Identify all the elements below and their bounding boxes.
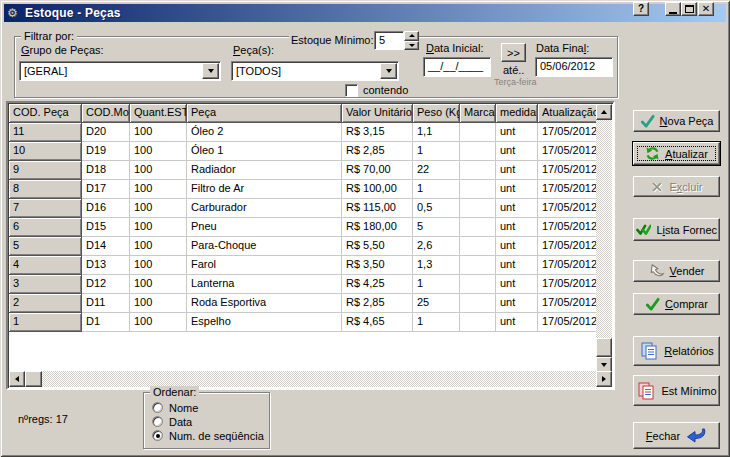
table-cell[interactable]: 100	[130, 237, 187, 256]
table-cell[interactable]	[460, 275, 496, 294]
table-cell[interactable]: 100	[130, 180, 187, 199]
dropdown-button[interactable]	[202, 63, 219, 79]
table-cell[interactable]: D11	[82, 294, 130, 313]
spin-up-button[interactable]	[404, 31, 419, 41]
data-final-input[interactable]: 05/06/2012	[535, 57, 613, 77]
column-header[interactable]: COD.Mod	[82, 104, 130, 123]
table-cell[interactable]: 17/05/2012	[538, 218, 598, 237]
scroll-up-button[interactable]	[596, 104, 612, 120]
table-cell[interactable]: 100	[130, 142, 187, 161]
minimize-button[interactable]	[665, 2, 681, 16]
row-index-cell[interactable]: 2	[9, 294, 82, 313]
table-cell[interactable]: 17/05/2012	[538, 180, 598, 199]
radio-option[interactable]: Num. de seqüência	[152, 429, 264, 442]
table-cell[interactable]: 100	[130, 275, 187, 294]
table-cell[interactable]: Lanterna	[187, 275, 342, 294]
vertical-scroll-thumb[interactable]	[596, 338, 612, 357]
table-cell[interactable]: Roda Esportiva	[187, 294, 342, 313]
grupo-pecas-combobox[interactable]: [GERAL]	[19, 61, 221, 81]
table-cell[interactable]: Farol	[187, 256, 342, 275]
horizontal-scrollbar[interactable]	[9, 371, 612, 387]
column-header[interactable]: medida	[496, 104, 538, 123]
table-cell[interactable]: D12	[82, 275, 130, 294]
table-cell[interactable]: Óleo 2	[187, 123, 342, 142]
table-cell[interactable]: R$ 2,85	[342, 294, 413, 313]
table-cell[interactable]: Para-Choque	[187, 237, 342, 256]
table-cell[interactable]	[460, 218, 496, 237]
table-cell[interactable]: R$ 180,00	[342, 218, 413, 237]
table-cell[interactable]: D18	[82, 161, 130, 180]
table-cell[interactable]: D17	[82, 180, 130, 199]
title-bar[interactable]: ⚙ Estoque - Peças	[4, 4, 726, 22]
fechar-button[interactable]: Fechar	[633, 422, 720, 449]
table-cell[interactable]: 17/05/2012	[538, 142, 598, 161]
table-cell[interactable]: R$ 2,85	[342, 142, 413, 161]
comprar-button[interactable]: Comprar	[633, 293, 720, 315]
table-row[interactable]: 11D20100Óleo 2R$ 3,151,1unt17/05/2012	[9, 123, 612, 142]
contendo-checkbox[interactable]	[345, 84, 358, 97]
table-cell[interactable]	[460, 161, 496, 180]
table-cell[interactable]: 17/05/2012	[538, 123, 598, 142]
radio-icon[interactable]	[152, 402, 163, 413]
column-header[interactable]: Peso (Kg)	[413, 104, 460, 123]
table-cell[interactable]: D1	[82, 313, 130, 332]
table-row[interactable]: 4D13100FarolR$ 3,501,3unt17/05/2012	[9, 256, 612, 275]
table-cell[interactable]: R$ 115,00	[342, 199, 413, 218]
relatorios-button[interactable]: Relatórios	[633, 336, 720, 366]
table-cell[interactable]: 17/05/2012	[538, 256, 598, 275]
radio-icon[interactable]	[152, 416, 163, 427]
row-index-cell[interactable]: 8	[9, 180, 82, 199]
column-header[interactable]: COD. Peça	[9, 104, 82, 123]
table-cell[interactable]: R$ 3,50	[342, 256, 413, 275]
table-cell[interactable]: unt	[496, 199, 538, 218]
table-cell[interactable]: D14	[82, 237, 130, 256]
table-row[interactable]: 2D11100Roda EsportivaR$ 2,8525unt17/05/2…	[9, 294, 612, 313]
table-cell[interactable]: 1	[413, 142, 460, 161]
table-cell[interactable]: R$ 4,65	[342, 313, 413, 332]
nova-peca-button[interactable]: Nova Peça	[633, 110, 720, 132]
table-cell[interactable]: 25	[413, 294, 460, 313]
table-row[interactable]: 5D14100Para-ChoqueR$ 5,502,6unt17/05/201…	[9, 237, 612, 256]
table-cell[interactable]: unt	[496, 256, 538, 275]
table-cell[interactable]: unt	[496, 218, 538, 237]
table-cell[interactable]: unt	[496, 142, 538, 161]
dropdown-button[interactable]	[380, 63, 397, 79]
table-cell[interactable]	[460, 313, 496, 332]
ate-button[interactable]: >>	[501, 43, 526, 62]
table-cell[interactable]: unt	[496, 180, 538, 199]
table-cell[interactable]	[460, 123, 496, 142]
table-cell[interactable]: 17/05/2012	[538, 161, 598, 180]
table-cell[interactable]: 100	[130, 218, 187, 237]
table-cell[interactable]: 17/05/2012	[538, 275, 598, 294]
lista-fornec-button[interactable]: Lista Fornec	[633, 218, 720, 241]
table-cell[interactable]: unt	[496, 123, 538, 142]
scroll-left-button[interactable]	[9, 371, 25, 387]
table-cell[interactable]: 100	[130, 123, 187, 142]
table-cell[interactable]	[460, 180, 496, 199]
table-row[interactable]: 9D18100RadiadorR$ 70,0022unt17/05/2012	[9, 161, 612, 180]
row-index-cell[interactable]: 1	[9, 313, 82, 332]
row-index-cell[interactable]: 7	[9, 199, 82, 218]
table-cell[interactable]: unt	[496, 237, 538, 256]
column-header[interactable]: Valor Unitário	[342, 104, 413, 123]
horizontal-scroll-thumb[interactable]	[25, 371, 42, 387]
table-cell[interactable]: D20	[82, 123, 130, 142]
vertical-scrollbar[interactable]	[596, 104, 612, 373]
vender-button[interactable]: Vender	[633, 260, 720, 282]
estoque-minimo-input[interactable]: 5	[374, 31, 404, 50]
table-row[interactable]: 1D1100EspelhoR$ 4,651unt17/05/2012	[9, 313, 612, 332]
table-cell[interactable]: Pneu	[187, 218, 342, 237]
column-header[interactable]: Peça	[187, 104, 342, 123]
table-cell[interactable]: Carburador	[187, 199, 342, 218]
table-cell[interactable]: 5	[413, 218, 460, 237]
table-cell[interactable]: R$ 3,15	[342, 123, 413, 142]
table-cell[interactable]: 100	[130, 161, 187, 180]
table-cell[interactable]: 17/05/2012	[538, 313, 598, 332]
table-row[interactable]: 7D16100CarburadorR$ 115,000,5unt17/05/20…	[9, 199, 612, 218]
table-cell[interactable]: Espelho	[187, 313, 342, 332]
close-button[interactable]: ✕	[698, 2, 714, 16]
table-cell[interactable]: 17/05/2012	[538, 294, 598, 313]
table-cell[interactable]: unt	[496, 161, 538, 180]
table-cell[interactable]: unt	[496, 275, 538, 294]
column-header[interactable]: Marca	[460, 104, 496, 123]
